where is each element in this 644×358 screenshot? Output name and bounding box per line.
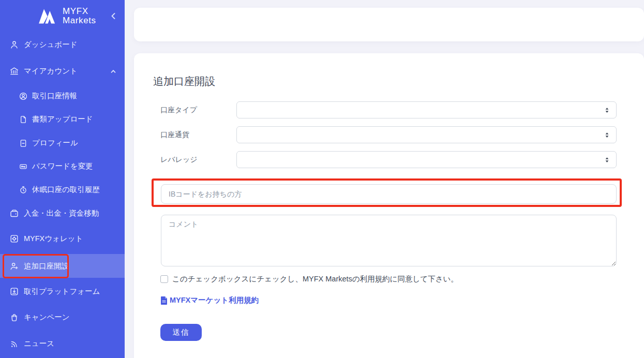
sidebar-item-label: キャンペーン [24, 312, 70, 322]
sidebar-item-document-upload[interactable]: 書類アップロード [0, 108, 125, 131]
wallet-icon [9, 208, 19, 218]
rss-icon [9, 339, 19, 349]
submit-button[interactable]: 送信 [160, 324, 202, 341]
sidebar-item-additional-account[interactable]: 追加口座開設 [0, 254, 125, 278]
main-content: 追加口座開設 口座タイプ 口座通貨 レバレッジ このチェックボックスにチェックし… [125, 0, 644, 358]
sidebar-nav: ダッシュボード マイアカウント 取引口座情報 書類アップロード プロフィール パ… [0, 33, 125, 355]
sidebar-item-deposit-withdrawal[interactable]: 入金・出金・資金移動 [0, 202, 125, 225]
sidebar-item-news[interactable]: ニュース [0, 332, 125, 355]
comment-textarea[interactable] [161, 215, 617, 266]
sidebar-item-label: ダッシュボード [24, 40, 78, 50]
additional-account-form-card: 追加口座開設 口座タイプ 口座通貨 レバレッジ このチェックボックスにチェックし… [134, 53, 644, 358]
terms-link-label: MYFXマーケット利用規約 [170, 295, 259, 305]
page-title: 追加口座開設 [153, 74, 215, 88]
sidebar-item-my-account[interactable]: マイアカウント [0, 59, 125, 83]
terms-agreement-checkbox[interactable] [160, 275, 168, 283]
logo-mark-icon [38, 7, 59, 25]
sidebar-item-dashboard[interactable]: ダッシュボード [0, 33, 125, 56]
user-icon [9, 40, 19, 50]
sidebar-item-trading-account-info[interactable]: 取引口座情報 [0, 84, 125, 108]
profile-card-icon [19, 139, 28, 148]
sidebar-item-dormant-history[interactable]: 休眠口座の取引履歴 [0, 178, 125, 201]
select-spinner-icon [603, 156, 611, 163]
sidebar-item-label: マイアカウント [24, 66, 78, 76]
leverage-label: レバレッジ [160, 151, 198, 168]
bank-icon [9, 66, 19, 76]
logo-line1: MYFX [63, 7, 96, 16]
sidebar-collapse-button[interactable] [109, 10, 118, 22]
sidebar: MYFX Markets ダッシュボード マイアカウント 取引口座情報 書類アッ… [0, 0, 125, 358]
account-currency-select[interactable] [236, 126, 617, 143]
password-key-icon [19, 162, 28, 171]
sidebar-item-label: MYFXウォレット [24, 234, 83, 244]
terms-link[interactable]: MYFXマーケット利用規約 [160, 295, 259, 305]
chevron-up-icon[interactable] [109, 67, 117, 76]
agreement-row: このチェックボックスにチェックし、MYFX Marketsの利用規約に同意して下… [160, 274, 458, 284]
sidebar-item-label: 書類アップロード [32, 114, 93, 124]
document-icon [19, 115, 28, 124]
leverage-select[interactable] [236, 151, 617, 168]
pdf-file-icon [160, 296, 168, 305]
safe-icon [9, 234, 19, 244]
user-circle-icon [19, 92, 28, 101]
ib-code-input[interactable] [161, 184, 617, 204]
select-spinner-icon [603, 131, 611, 139]
sidebar-item-label: 休眠口座の取引履歴 [32, 185, 100, 195]
sidebar-item-trading-platform[interactable]: 取引プラットフォーム [0, 280, 125, 303]
select-spinner-icon [603, 106, 611, 114]
sidebar-item-label: パスワードを変更 [32, 161, 93, 171]
stopwatch-icon [19, 185, 28, 195]
chevron-left-icon [111, 12, 116, 20]
sidebar-item-label: ニュース [24, 339, 54, 349]
account-type-select[interactable] [236, 101, 617, 118]
sidebar-item-change-password[interactable]: パスワードを変更 [0, 155, 125, 178]
logo-text: MYFX Markets [63, 7, 96, 25]
sidebar-item-label: 取引口座情報 [32, 91, 77, 101]
sidebar-item-campaign[interactable]: キャンペーン [0, 306, 125, 329]
logo: MYFX Markets [0, 0, 125, 32]
account-currency-label: 口座通貨 [160, 126, 189, 143]
terms-agreement-label: このチェックボックスにチェックし、MYFX Marketsの利用規約に同意して下… [172, 274, 458, 284]
sidebar-item-profile[interactable]: プロフィール [0, 131, 125, 155]
download-icon [9, 287, 19, 296]
account-type-label: 口座タイプ [160, 101, 197, 118]
bag-icon [9, 312, 19, 322]
sidebar-item-label: 入金・出金・資金移動 [24, 208, 99, 218]
sidebar-item-label: 取引プラットフォーム [24, 287, 100, 296]
logo-line2: Markets [63, 16, 96, 25]
user-plus-icon [9, 261, 19, 271]
top-header-bar [134, 8, 644, 41]
sidebar-item-label: 追加口座開設 [24, 261, 69, 271]
sidebar-item-label: プロフィール [32, 138, 78, 148]
sidebar-item-myfx-wallet[interactable]: MYFXウォレット [0, 227, 125, 250]
